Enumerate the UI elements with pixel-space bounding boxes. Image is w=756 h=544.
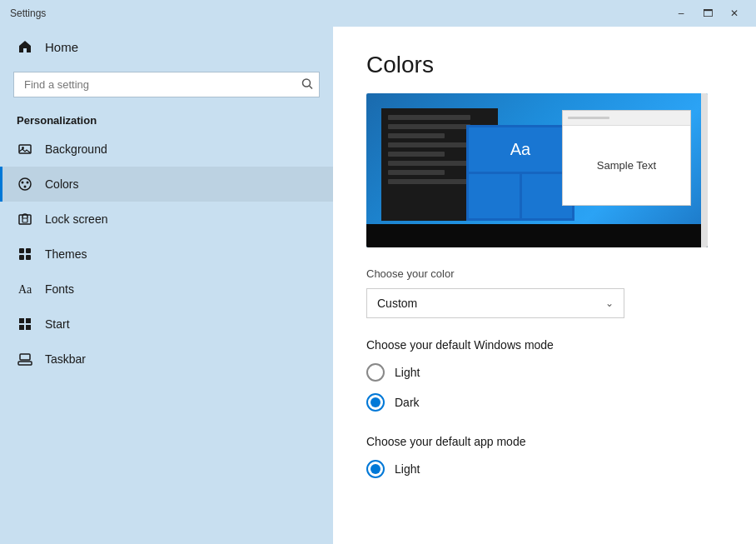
- home-icon: [17, 38, 33, 55]
- preview-line-4: [388, 142, 470, 147]
- close-button[interactable]: ✕: [723, 4, 746, 22]
- preview-tiles: Aa: [466, 125, 574, 221]
- windows-mode-label: Choose your default Windows mode: [366, 338, 723, 352]
- svg-rect-20: [20, 354, 30, 360]
- choose-color-section: Choose your color Custom ⌄: [366, 267, 723, 318]
- radio-windows-light: [366, 363, 385, 382]
- preview-line-1: [388, 115, 470, 120]
- svg-point-0: [303, 79, 311, 87]
- svg-rect-18: [26, 325, 31, 330]
- choose-color-label: Choose your color: [366, 267, 723, 280]
- windows-mode-light-label: Light: [395, 366, 420, 379]
- start-icon: [17, 316, 33, 332]
- title-bar: Settings – 🗖 ✕: [0, 0, 756, 27]
- font-icon: Aa: [17, 281, 33, 297]
- app-body: Home Personalization Backg: [0, 27, 756, 544]
- svg-line-1: [310, 86, 313, 89]
- sidebar-item-home[interactable]: Home: [0, 27, 333, 67]
- radio-windows-dark: [366, 393, 385, 412]
- search-icon: [301, 77, 313, 92]
- image-icon: [17, 141, 33, 157]
- window-controls: – 🗖 ✕: [669, 4, 746, 22]
- app-mode-section: Choose your default app mode Light: [366, 435, 723, 478]
- svg-rect-19: [18, 362, 32, 365]
- app-mode-radio-group: Light: [366, 460, 723, 478]
- windows-mode-dark[interactable]: Dark: [366, 393, 723, 412]
- svg-text:Aa: Aa: [18, 283, 32, 296]
- preview-line-6: [388, 161, 470, 166]
- preview-line-2: [388, 124, 470, 129]
- sidebar-item-fonts[interactable]: Aa Fonts: [0, 272, 333, 307]
- app-title: Settings: [10, 7, 46, 19]
- app-mode-label: Choose your default app mode: [366, 435, 723, 448]
- sidebar-item-background[interactable]: Background: [0, 132, 333, 167]
- windows-mode-radio-group: Light Dark: [366, 363, 723, 412]
- svg-rect-15: [19, 318, 24, 323]
- sidebar-colors-label: Colors: [45, 177, 78, 191]
- content-area: Colors Aa: [333, 27, 756, 544]
- svg-rect-10: [19, 248, 24, 253]
- sidebar-background-label: Background: [45, 142, 107, 156]
- preview-inner: Aa Sample Text: [366, 93, 708, 247]
- svg-point-7: [24, 186, 27, 188]
- preview-line-5: [388, 152, 445, 157]
- sidebar-item-themes[interactable]: Themes: [0, 237, 333, 272]
- sidebar-item-taskbar[interactable]: Taskbar: [0, 342, 333, 377]
- preview-line-3: [388, 133, 445, 138]
- preview-tile-sub-1: [469, 174, 520, 218]
- maximize-button[interactable]: 🗖: [696, 4, 719, 22]
- windows-mode-dark-label: Dark: [395, 396, 420, 409]
- search-input[interactable]: [13, 72, 320, 97]
- color-dropdown[interactable]: Custom ⌄: [366, 288, 624, 318]
- sidebar-section-title: Personalization: [0, 107, 333, 132]
- preview-window-body: Sample Text: [563, 126, 690, 205]
- sidebar-themes-label: Themes: [45, 247, 87, 261]
- taskbar-icon: [17, 351, 33, 367]
- svg-point-3: [22, 147, 24, 149]
- svg-rect-13: [26, 255, 31, 260]
- svg-point-6: [27, 182, 29, 184]
- windows-mode-light[interactable]: Light: [366, 363, 723, 382]
- svg-point-4: [19, 178, 31, 190]
- preview-taskbar: [366, 224, 708, 247]
- sidebar-taskbar-label: Taskbar: [45, 352, 86, 366]
- sidebar-item-lock-screen[interactable]: Lock screen: [0, 202, 333, 237]
- chevron-down-icon: ⌄: [605, 297, 614, 309]
- sidebar-fonts-label: Fonts: [45, 282, 74, 296]
- themes-icon: [17, 246, 33, 262]
- palette-icon: [17, 176, 33, 192]
- preview-window-titlebar: [563, 111, 690, 126]
- sidebar: Home Personalization Backg: [0, 27, 333, 544]
- svg-rect-9: [22, 218, 27, 222]
- sidebar-home-label: Home: [45, 40, 78, 54]
- preview-scrollbar: [701, 93, 708, 247]
- app-mode-light-label: Light: [395, 462, 420, 476]
- preview-line-7: [388, 170, 445, 175]
- preview-line-8: [388, 179, 470, 184]
- color-preview: Aa Sample Text: [366, 93, 708, 247]
- lockscreen-icon: [17, 211, 33, 227]
- radio-app-light: [366, 460, 385, 478]
- sidebar-item-start[interactable]: Start: [0, 307, 333, 342]
- minimize-button[interactable]: –: [669, 4, 693, 22]
- svg-rect-11: [26, 248, 31, 253]
- preview-window-title-line: [568, 117, 609, 119]
- windows-mode-section: Choose your default Windows mode Light D…: [366, 338, 723, 412]
- sidebar-lockscreen-label: Lock screen: [45, 212, 107, 226]
- app-mode-light[interactable]: Light: [366, 460, 723, 478]
- svg-point-5: [22, 182, 24, 184]
- preview-window: Sample Text: [562, 110, 691, 206]
- svg-rect-12: [19, 255, 24, 260]
- sidebar-search-container: [13, 72, 320, 97]
- svg-rect-16: [26, 318, 31, 323]
- preview-tile-main: Aa: [469, 127, 572, 172]
- svg-rect-17: [19, 325, 24, 330]
- preview-sample-text: Sample Text: [597, 159, 656, 172]
- page-title: Colors: [366, 52, 723, 78]
- color-dropdown-value: Custom: [377, 297, 417, 310]
- sidebar-start-label: Start: [45, 317, 70, 331]
- sidebar-item-colors[interactable]: Colors: [0, 167, 333, 202]
